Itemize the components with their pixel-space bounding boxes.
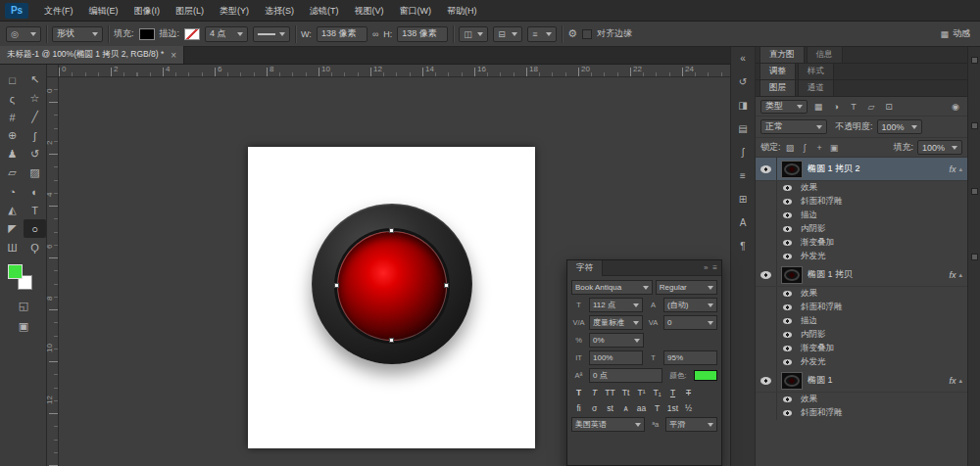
brush-tool[interactable]: ʃ [24,126,46,145]
properties-panel-icon[interactable]: ◨ [735,98,752,113]
healing-brush-tool[interactable]: ⊕ [1,126,24,145]
tracking-field[interactable]: 0 [663,315,717,330]
collapse-effects-icon[interactable]: ▴ [958,377,962,385]
blend-mode-dropdown[interactable]: 正常 [760,119,827,134]
effect-row[interactable]: 斜面和浮雕 [756,406,967,420]
small-caps-button[interactable]: Tt [618,386,633,398]
contextual-alternates-button[interactable]: σ [587,401,602,414]
layer-row-ellipse-1[interactable]: 椭圆 1 fx ▴ [756,369,967,393]
visibility-eye-icon[interactable] [783,410,792,416]
all-caps-button[interactable]: TT [603,386,617,398]
panel-menu-icon[interactable]: ≡ [712,263,717,272]
lock-move-icon[interactable]: + [814,143,825,153]
lock-all-icon[interactable]: ▣ [829,143,840,153]
strikethrough-button[interactable]: T [681,386,696,398]
fill-color-swatch[interactable] [139,28,155,40]
collapsed-panel-icon[interactable] [971,122,978,129]
hand-tool[interactable]: Ш [1,238,24,256]
effect-row[interactable]: 渐变叠加 [756,236,967,250]
layer-row-ellipse-1-copy[interactable]: 椭圆 1 拷贝 fx ▴ [756,263,967,287]
menu-help[interactable]: 帮助(H) [439,0,485,22]
clone-stamp-tool[interactable]: ♟ [1,145,24,163]
filter-pixel-layers-icon[interactable]: ▦ [811,102,825,112]
collapsed-panel-icon[interactable] [971,254,978,260]
underline-button[interactable]: T [665,386,680,398]
lock-paint-icon[interactable]: ʃ [800,143,810,153]
filter-smart-object-icon[interactable]: ⊡ [882,102,896,112]
effect-row[interactable]: 斜面和浮雕 [756,301,967,314]
menu-view[interactable]: 视图(V) [347,0,392,22]
visibility-eye-icon[interactable] [760,271,771,279]
effect-row[interactable]: 内阴影 [756,222,967,236]
visibility-eye-icon[interactable] [783,185,792,191]
layer-comps-panel-icon[interactable]: ≡ [735,168,752,183]
collapse-effects-icon[interactable]: ▴ [958,271,962,279]
stroke-color-swatch[interactable] [184,28,200,40]
layer-fx-badge[interactable]: fx [949,270,956,280]
align-edges-checkbox[interactable] [582,29,592,39]
collapse-effects-icon[interactable]: ▴ [958,165,962,173]
collapse-dock-icon[interactable]: « [735,51,752,66]
history-brush-tool[interactable]: ↺ [24,145,46,163]
titling-alternates-button[interactable]: T [650,401,664,414]
close-tab-icon[interactable]: × [171,50,176,61]
path-operations-dropdown[interactable]: ◫ [459,26,488,42]
kerning-field[interactable]: 度量标准 [589,315,643,330]
layer-thumbnail[interactable] [781,266,803,284]
effect-row[interactable]: 效果 [756,287,967,301]
menu-image[interactable]: 图像(I) [126,0,169,22]
layer-row-ellipse-1-copy-2[interactable]: 椭圆 1 拷贝 2 fx ▴ [756,158,967,181]
quick-mask-icon[interactable]: ◱ [19,300,28,312]
history-panel-icon[interactable]: ↺ [735,74,752,89]
crop-tool[interactable]: # [1,108,24,126]
stylistic-alternates-button[interactable]: aa [634,401,649,414]
type-tool[interactable]: T [24,201,46,219]
visibility-eye-icon[interactable] [783,318,792,324]
horizontal-ruler[interactable]: 0 2 4 6 8 10 12 14 16 18 20 22 24 [59,65,730,77]
superscript-button[interactable]: T¹ [634,386,649,398]
tsume-field[interactable]: 0% [589,333,644,348]
layer-thumbnail[interactable] [781,161,803,178]
path-alignment-dropdown[interactable]: ⊟ [493,26,522,42]
effect-row[interactable]: 外发光 [756,355,967,369]
menu-edit[interactable]: 编辑(E) [81,0,126,22]
tab-styles[interactable]: 样式 [798,63,834,79]
faux-italic-button[interactable]: T [587,386,602,398]
collapse-panel-icon[interactable]: » [704,263,708,272]
tool-preset-dropdown[interactable]: ◎ [6,26,41,42]
layer-fx-badge[interactable]: fx [949,164,956,174]
opacity-field[interactable]: 100% [877,119,922,134]
menu-file[interactable]: 文件(F) [36,0,81,22]
workspace-switcher[interactable]: ▦ 动感 [940,27,974,40]
faux-bold-button[interactable]: T [571,386,586,398]
visibility-eye-icon[interactable] [783,254,792,259]
layer-fx-badge[interactable]: fx [949,376,956,386]
collapsed-panel-icon[interactable] [971,57,978,64]
shape-height-field[interactable]: 138 像素 [397,26,448,42]
font-style-dropdown[interactable]: Regular [656,280,717,295]
stroke-type-dropdown[interactable] [253,26,290,42]
collapsed-panel-icon[interactable] [971,188,978,195]
layer-thumbnail[interactable] [781,372,803,390]
effect-row[interactable]: 外发光 [756,250,967,263]
filter-type-layers-icon[interactable]: T [847,102,860,112]
horizontal-scale-field[interactable]: 95% [663,350,717,365]
transform-handle-top[interactable] [389,228,394,233]
foreground-color-swatch[interactable] [8,264,23,279]
transform-handle-bottom[interactable] [389,338,394,343]
visibility-eye-icon[interactable] [783,212,792,218]
vertical-ruler[interactable]: 0 2 4 6 8 10 12 [47,77,59,466]
font-size-field[interactable]: 112 点 [589,298,643,312]
tab-character[interactable]: 字符 [567,260,603,276]
language-dropdown[interactable]: 美国英语 [571,417,645,432]
menu-filter[interactable]: 滤镜(T) [302,0,347,22]
document-tab[interactable]: 未标题-1 @ 100%(椭圆 1 拷贝 2, RGB/8) * × [0,46,184,64]
path-selection-tool[interactable]: ◤ [1,219,24,238]
marquee-tool[interactable]: □ [1,70,24,89]
fill-opacity-field[interactable]: 100% [917,140,962,155]
gear-icon[interactable]: ⚙ [567,27,577,40]
transform-handle-left[interactable] [334,283,339,288]
visibility-eye-icon[interactable] [783,396,792,402]
effect-row[interactable]: 内阴影 [756,328,967,342]
visibility-eye-icon[interactable] [783,346,792,351]
